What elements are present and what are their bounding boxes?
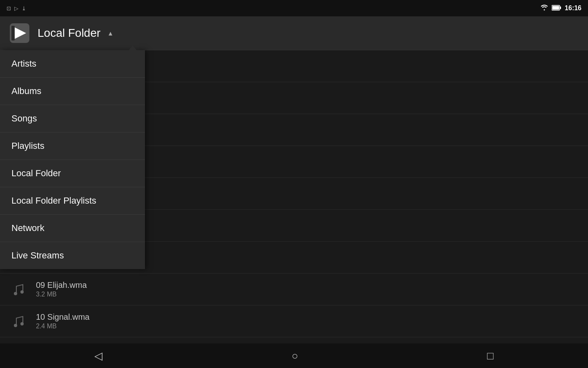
menu-item-playlists[interactable]: Playlists <box>0 132 145 160</box>
menu-item-albums[interactable]: Albums <box>0 78 145 105</box>
status-left-icons: ⊡ ▷ ⤓ <box>7 5 536 11</box>
song-info: 10 Signal.wma 2.4 MB <box>36 312 89 330</box>
music-note-icon <box>8 280 28 299</box>
dropdown-menu: Artists Albums Songs Playlists Local Fol… <box>0 50 145 269</box>
status-right-icons: 16:16 <box>540 4 581 12</box>
dropdown-pointer <box>129 45 137 50</box>
menu-item-artists[interactable]: Artists <box>0 50 145 78</box>
header-title[interactable]: Local Folder <box>38 27 100 40</box>
main-content: 0... 4... 0... 3... <box>0 50 588 343</box>
list-item[interactable]: 09 Elijah.wma 3.2 MB <box>0 274 588 305</box>
song-title-elijah: 09 Elijah.wma <box>36 280 87 290</box>
svg-point-22 <box>14 324 17 327</box>
svg-point-20 <box>14 292 17 295</box>
menu-item-live-streams[interactable]: Live Streams <box>0 242 145 269</box>
svg-rect-5 <box>11 26 15 40</box>
home-button[interactable]: ○ <box>275 346 314 366</box>
svg-rect-1 <box>560 7 561 9</box>
back-button[interactable]: ◁ <box>78 346 119 366</box>
notif-icon-1: ⊡ <box>7 5 11 11</box>
menu-item-network[interactable]: Network <box>0 215 145 242</box>
status-time: 16:16 <box>565 4 581 12</box>
app-header: Local Folder ▴ <box>0 16 588 50</box>
app-logo <box>8 22 31 45</box>
wifi-icon <box>540 4 548 12</box>
svg-point-21 <box>20 290 24 294</box>
song-title-signal: 10 Signal.wma <box>36 312 89 322</box>
battery-icon <box>552 5 561 12</box>
song-size-elijah: 3.2 MB <box>36 291 87 298</box>
bottom-nav: ◁ ○ □ <box>0 343 588 368</box>
dropdown-arrow-icon[interactable]: ▴ <box>109 29 112 38</box>
menu-item-local-folder-playlists[interactable]: Local Folder Playlists <box>0 187 145 215</box>
notif-icon-3: ⤓ <box>22 5 26 11</box>
list-item[interactable]: 10 Signal.wma 2.4 MB <box>0 305 588 337</box>
svg-rect-2 <box>552 6 559 9</box>
song-size-signal: 2.4 MB <box>36 323 89 330</box>
notif-icon-2: ▷ <box>14 5 18 11</box>
song-info: 09 Elijah.wma 3.2 MB <box>36 280 87 298</box>
menu-item-songs[interactable]: Songs <box>0 105 145 132</box>
status-bar: ⊡ ▷ ⤓ 16:16 <box>0 0 588 16</box>
svg-point-23 <box>20 322 24 325</box>
music-note-icon <box>8 312 28 331</box>
menu-item-local-folder[interactable]: Local Folder <box>0 160 145 187</box>
recent-button[interactable]: □ <box>471 346 510 366</box>
